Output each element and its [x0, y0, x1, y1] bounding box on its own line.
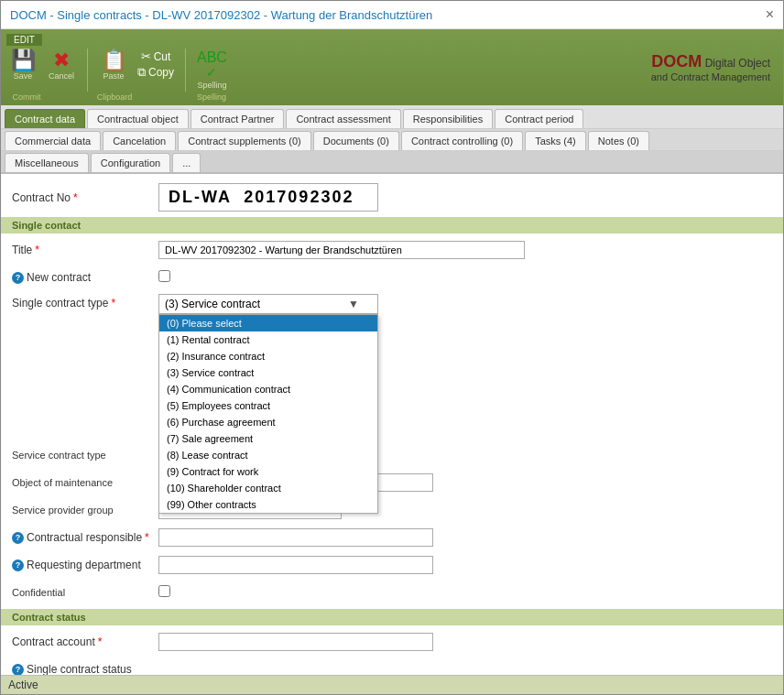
contractual-responsible-label: ? Contractual responsible *: [12, 531, 158, 544]
title-label: Title *: [12, 244, 158, 256]
dropdown-item-4[interactable]: (4) Communication contract: [159, 381, 377, 397]
cut-copy-group: ✂ Cut ⧉ Copy: [136, 49, 176, 81]
logo-tagline1: Digital Object: [702, 57, 770, 70]
contractual-responsible-input[interactable]: [158, 528, 433, 547]
close-button[interactable]: ×: [766, 6, 774, 23]
tab-responsibilities[interactable]: Responsibilities: [403, 109, 493, 128]
single-contract-type-field: Single contract type * (3) Service contr…: [12, 294, 772, 316]
dropdown-item-1[interactable]: (1) Rental contract: [159, 331, 377, 348]
paste-button[interactable]: 📋 Paste: [97, 49, 130, 82]
tab-contractual-object[interactable]: Contractual object: [87, 109, 189, 128]
requesting-dept-label: ? Requesting department: [12, 559, 158, 571]
spelling-button[interactable]: ABC✓ Spelling: [195, 49, 229, 92]
spelling-group-label: Spelling: [193, 92, 230, 102]
tab-contract-period[interactable]: Contract period: [495, 109, 583, 128]
contractual-resp-help-icon[interactable]: ?: [12, 532, 24, 544]
paste-section: 📋 Paste: [97, 49, 130, 82]
contractual-responsible-field: ? Contractual responsible *: [12, 527, 772, 548]
tab-notes[interactable]: Notes (0): [588, 131, 649, 150]
confidential-field: Confidential: [12, 581, 772, 603]
dropdown-item-6[interactable]: (6) Purchase agreement: [159, 414, 377, 430]
dropdown-item-8[interactable]: (8) Lease contract: [159, 447, 377, 463]
title-required: *: [35, 244, 39, 256]
dropdown-item-11[interactable]: (99) Other contracts: [159, 496, 377, 513]
logo-area: DOCM Digital Object and Contract Managem…: [644, 49, 778, 86]
tabs-row3: Miscellaneous Configuration ...: [1, 151, 783, 174]
dropdown-item-9[interactable]: (9) Contract for work: [159, 463, 377, 480]
spelling-icon: ABC✓: [197, 50, 227, 80]
new-contract-field: ? New contract: [12, 266, 772, 288]
contract-account-value: [158, 633, 772, 651]
copy-button[interactable]: ⧉ Copy: [136, 64, 176, 81]
dropdown-item-7[interactable]: (7) Sale agreement: [159, 430, 377, 447]
logo-tagline2: and Contract Management: [651, 71, 770, 82]
dropdown-item-3[interactable]: (3) Service contract: [159, 364, 377, 381]
dropdown-item-5[interactable]: (5) Employees contract: [159, 397, 377, 414]
content-area: Contract No * Single contact Title * ?: [1, 174, 783, 675]
tab-tasks[interactable]: Tasks (4): [525, 131, 586, 150]
save-button[interactable]: 💾 Save: [6, 49, 39, 82]
tab-configuration[interactable]: Configuration: [91, 153, 170, 172]
requesting-dept-help-icon[interactable]: ?: [12, 559, 24, 571]
tab-more[interactable]: ...: [172, 153, 201, 172]
contract-account-label: Contract account *: [12, 635, 158, 648]
object-maintenance-label: Object of maintenance: [12, 477, 158, 488]
dropdown-selected[interactable]: (3) Service contract ▼: [158, 294, 378, 314]
cancel-button[interactable]: ✖ Cancel: [45, 49, 78, 82]
tab-miscellaneous[interactable]: Miscellaneous: [5, 153, 89, 172]
tabs-row2: Commercial data Cancelation Contract sup…: [1, 129, 783, 151]
logo-text: DOCM: [651, 52, 702, 71]
dropdown-selected-text: (3) Service contract: [165, 298, 260, 310]
scs-help-icon[interactable]: ?: [12, 664, 24, 676]
single-contract-type-dropdown: (3) Service contract ▼ (0) Please select…: [158, 294, 378, 314]
new-contract-help-icon[interactable]: ?: [12, 272, 24, 284]
contract-no-required: *: [73, 191, 78, 204]
cut-button[interactable]: ✂ Cut: [139, 49, 173, 64]
requesting-dept-field: ? Requesting department: [12, 554, 772, 576]
ca-required: *: [98, 635, 103, 648]
status-bar-text: Active: [8, 679, 38, 691]
contract-no-value: [158, 183, 772, 212]
tab-contract-supplements[interactable]: Contract supplements (0): [178, 131, 311, 150]
tab-commercial-data[interactable]: Commercial data: [5, 131, 101, 150]
cancel-section: ✖ Cancel: [45, 49, 78, 82]
requesting-dept-input[interactable]: [158, 556, 433, 574]
tab-cancelation[interactable]: Cancelation: [103, 131, 176, 150]
tab-contract-assessment[interactable]: Contract assessment: [286, 109, 400, 128]
confidential-checkbox[interactable]: [158, 585, 170, 597]
spelling-label: Spelling: [197, 81, 226, 90]
contract-no-field: Contract No *: [12, 183, 772, 212]
tab-documents[interactable]: Documents (0): [313, 131, 399, 150]
clipboard-label: Clipboard: [96, 92, 133, 102]
new-contract-checkbox[interactable]: [158, 270, 170, 282]
new-contract-label: ? New contract: [12, 271, 158, 284]
contract-no-input[interactable]: [158, 183, 378, 212]
dropdown-item-2[interactable]: (2) Insurance contract: [159, 348, 377, 364]
tab-contract-controlling[interactable]: Contract controlling (0): [401, 131, 523, 150]
paste-icon: 📋: [102, 50, 126, 71]
copy-label: Copy: [148, 66, 174, 79]
confidential-label: Confidential: [12, 587, 158, 598]
contract-account-input[interactable]: [158, 633, 433, 651]
commit-label: Commit: [8, 92, 45, 102]
window-title: DOCM - Single contracts - DL-WV 20170923…: [10, 8, 432, 22]
title-input[interactable]: [158, 241, 525, 259]
main-window: DOCM - Single contracts - DL-WV 20170923…: [0, 0, 784, 695]
object-maintenance-field: Object of maintenance: [12, 472, 772, 494]
service-contract-type-field: Service contract type ▼: [12, 444, 772, 466]
tab-contract-data[interactable]: Contract data: [5, 109, 85, 128]
confidential-value: [158, 585, 772, 600]
save-label: Save: [14, 71, 33, 81]
dropdown-item-0[interactable]: (0) Please select: [159, 315, 377, 331]
single-contract-type-value: (3) Service contract ▼ (0) Please select…: [158, 294, 772, 314]
single-contact-section: Single contact: [1, 217, 783, 233]
tabs-row1: Contract data Contractual object Contrac…: [1, 105, 783, 129]
cr-required: *: [145, 531, 149, 544]
copy-icon: ⧉: [137, 65, 146, 80]
toolbar: EDIT 💾 Save ✖ Cancel 📋 Pa: [1, 29, 783, 105]
tab-contract-partner[interactable]: Contract Partner: [191, 109, 285, 128]
dropdown-item-10[interactable]: (10) Shareholder contract: [159, 480, 377, 496]
new-contract-value: [158, 270, 772, 285]
requesting-dept-value: [158, 556, 772, 574]
title-value: [158, 241, 772, 259]
